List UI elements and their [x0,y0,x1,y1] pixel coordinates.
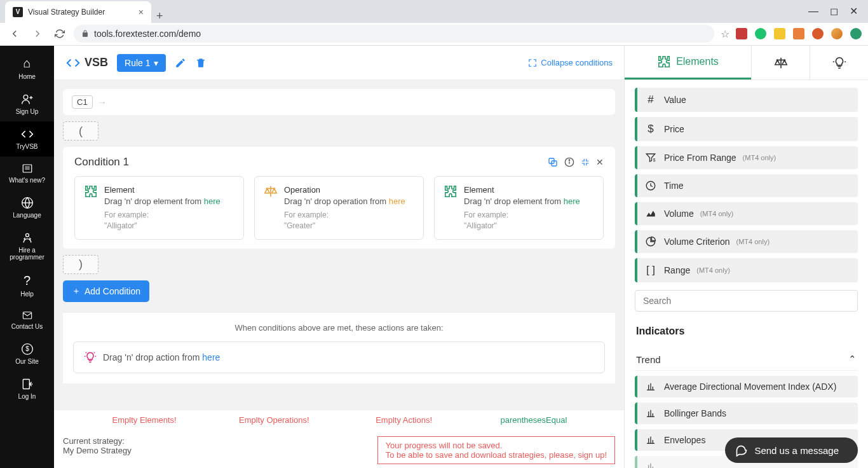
tab-close-icon[interactable]: × [139,7,144,17]
element-time[interactable]: Time [635,174,858,197]
close-window-icon[interactable]: ✕ [850,5,858,17]
chip-label: Range [664,265,690,275]
add-condition-button[interactable]: ＋ Add Condition [63,280,149,302]
shrink-icon[interactable] [581,158,590,167]
close-condition-icon[interactable]: ✕ [596,157,604,167]
sidenav-language[interactable]: Language [0,190,54,225]
element-volume-criterion[interactable]: Volume Criterion (MT4 only) [635,230,858,253]
slot-link[interactable]: here [389,196,405,206]
slot-hint: Drag 'n' drop element from [464,196,561,206]
slot-link[interactable]: here [564,196,580,206]
delete-button[interactable] [195,57,207,69]
slot-label: Element [464,184,580,196]
element-range[interactable]: [ ] Range (MT4 only) [635,258,858,282]
sidenav-label: Our Site [15,358,39,365]
tab-operations[interactable] [751,46,810,79]
warn-parens: parenthesesEqual [469,415,599,425]
slot-example-label: For example: [284,210,329,219]
operation-slot[interactable]: Operation Drag 'n' drop operation from h… [254,176,424,240]
warn-actions: Emplty Actions! [339,415,469,425]
funnel-dollar-icon: $ [644,152,658,163]
help-icon: ? [24,273,31,288]
action-drop-text: Drag 'n' drop action from [103,352,202,362]
element-value[interactable]: #Value [635,88,858,112]
back-button[interactable] [6,25,23,42]
slot-example: "Alligator" [104,221,137,230]
trend-accordion[interactable]: Trend ⌃ [635,348,858,371]
bar-chart-icon [644,408,658,418]
scale-icon [774,56,788,70]
action-drop-zone[interactable]: Drag 'n' drop action from here [73,341,605,373]
reload-button[interactable] [52,26,67,41]
copy-icon[interactable] [548,157,558,167]
sidenav-oursite[interactable]: $ Our Site [0,336,54,371]
element-price-range[interactable]: $ Price From Range (MT4 only) [635,146,858,169]
maximize-icon[interactable]: ◻ [830,5,838,17]
bar-chart-icon [644,462,658,468]
indicator-adx[interactable]: Average Directional Movement Index (ADX) [635,376,858,397]
puzzle-icon [84,184,98,231]
ext-icon-6[interactable] [831,28,843,39]
save-warning: Your progress will not be saved. To be a… [377,436,615,464]
tab-actions[interactable] [810,46,868,79]
element-price[interactable]: $Price [635,117,858,141]
close-paren-slot[interactable]: ) [63,255,98,274]
browser-tab[interactable]: V Visual Strategy Builder × [5,1,151,23]
pie-icon [644,236,658,247]
new-tab-button[interactable]: + [151,10,168,23]
minimize-icon[interactable]: — [808,6,818,17]
edit-button[interactable] [175,57,186,69]
ext-icon-7[interactable] [850,28,862,39]
ext-icon-1[interactable] [736,28,747,39]
element-slot-1[interactable]: Element Drag 'n' drop element from here … [74,176,244,240]
condition-chip[interactable]: C1 [72,95,93,109]
sidenav-signup[interactable]: Sign Up [0,86,54,121]
chip-label: Value [664,95,686,105]
svg-line-24 [94,352,95,353]
info-icon[interactable] [564,157,574,167]
address-bar[interactable]: tools.forextester.com/demo [74,25,714,43]
ext-icon-4[interactable] [793,28,804,39]
rule-dropdown[interactable]: Rule 1 ▾ [117,54,166,72]
svg-line-23 [86,352,86,353]
sidenav-help[interactable]: ? Help [0,267,54,304]
collapse-conditions-link[interactable]: Collapse conditions [528,58,613,67]
sidenav-home[interactable]: ⌂ Home [0,50,54,86]
element-volume[interactable]: Volume (MT4 only) [635,202,858,225]
sidenav-login[interactable]: Log In [0,371,54,406]
footer-warnings: Emplty Elements! Emplty Operations! Empl… [54,410,624,430]
ext-icon-3[interactable] [774,28,785,39]
indicator-bollinger[interactable]: Bollinger Bands [635,403,858,424]
chip-label: Volume Criterion [664,237,730,247]
slot-label: Element [104,184,220,196]
condition-card: Condition 1 ✕ [63,147,615,249]
element-slot-2[interactable]: Element Drag 'n' drop element from here … [434,176,604,240]
clock-icon [644,180,658,191]
ext-icon-5[interactable] [812,28,824,39]
sidenav-label: Sign Up [16,108,39,115]
puzzle-icon [657,55,671,69]
chat-widget[interactable]: Send us a message [725,437,858,463]
slot-link[interactable]: here [204,196,220,206]
chip-badge: (MT4 only) [736,238,770,245]
app: ⌂ Home Sign Up TryVSB What's new? Lang [0,46,868,468]
brand-text: VSB [85,56,108,69]
action-drop-link[interactable]: here [202,352,220,362]
star-icon[interactable]: ☆ [721,28,729,40]
sidenav-label: What's new? [9,177,45,184]
slot-hint: Drag 'n' drop operation from [284,196,386,206]
chip-badge: (MT4 only) [696,266,730,274]
sidenav-whatsnew[interactable]: What's new? [0,156,54,190]
forward-button[interactable] [29,25,46,42]
tab-elements[interactable]: Elements [625,46,751,79]
sidenav-contact[interactable]: Contact Us [0,304,54,336]
ext-icon-2[interactable] [755,28,766,39]
sidenav-hire[interactable]: Hire a programmer [0,225,54,267]
search-input[interactable] [635,290,858,312]
open-paren-slot[interactable]: ( [63,121,98,141]
tab-favicon: V [13,7,23,17]
top-toolbar: VSB Rule 1 ▾ Collapse conditions [54,46,624,80]
svg-text:$: $ [653,158,656,162]
sidenav-tryvsb[interactable]: TryVSB [0,121,54,156]
brackets-icon: [ ] [644,264,658,277]
